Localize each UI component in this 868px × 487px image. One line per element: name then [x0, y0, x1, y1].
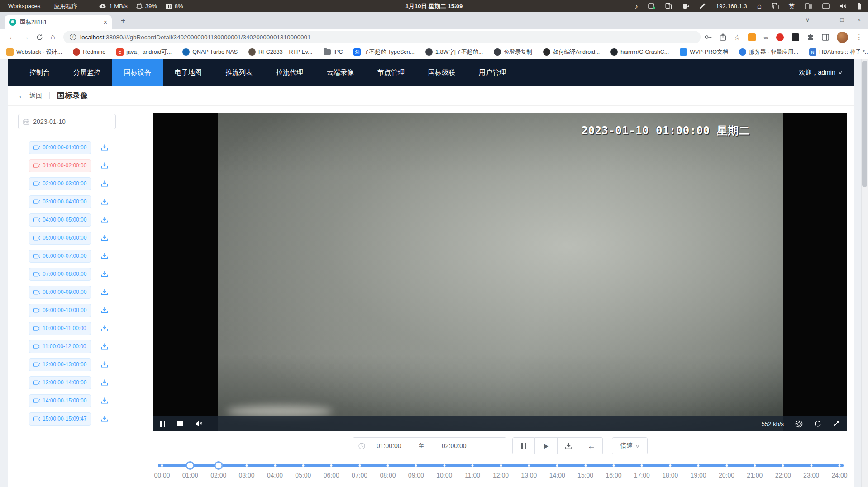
snapshot-button[interactable] [795, 420, 803, 428]
record-range-button[interactable]: 05:00:00-06:00:00 [29, 232, 91, 245]
input-method-label[interactable]: 英 [789, 2, 795, 10]
volume-icon[interactable] [839, 3, 847, 9]
record-range-button[interactable]: 04:00:00-05:00:00 [29, 213, 91, 227]
download-button[interactable] [558, 437, 580, 454]
record-download-button[interactable] [101, 378, 109, 387]
time-range-picker[interactable]: 至 [353, 437, 506, 454]
timeline-handle[interactable] [214, 461, 223, 470]
battery-icon[interactable] [857, 3, 862, 10]
player-stop-button[interactable] [177, 421, 183, 426]
bookmark-item[interactable]: QNAP Turbo NAS [182, 48, 238, 56]
record-range-button[interactable]: 02:00:00-03:00:00 [29, 177, 91, 190]
nav-tab-推流列表[interactable]: 推流列表 [214, 59, 264, 86]
record-range-button[interactable]: 13:00:00-14:00:00 [29, 376, 91, 389]
record-range-button[interactable]: 01:00:00-02:00:00 [29, 159, 91, 172]
user-menu[interactable]: 欢迎，admin ∨ [799, 69, 854, 77]
bookmark-item[interactable]: C java、android可... [116, 48, 172, 56]
browser-home-icon[interactable]: ⌂ [46, 33, 60, 42]
extension-json-icon[interactable] [748, 33, 756, 41]
password-key-icon[interactable] [704, 33, 712, 41]
extension-blocker-icon[interactable] [776, 33, 784, 41]
record-download-button[interactable] [101, 342, 109, 350]
browser-reload-icon[interactable] [33, 34, 46, 41]
bookmark-star-icon[interactable]: ☆ [734, 33, 740, 42]
nav-tab-节点管理[interactable]: 节点管理 [366, 59, 416, 86]
window-minimize-button[interactable]: – [823, 16, 826, 23]
input-indicator-icon[interactable] [648, 3, 655, 9]
record-download-button[interactable] [101, 180, 109, 188]
window-maximize-button[interactable]: □ [840, 16, 844, 23]
clipboard-icon[interactable] [665, 3, 672, 9]
fullscreen-button[interactable] [833, 420, 840, 427]
workspaces-button[interactable]: Workspaces [8, 3, 40, 9]
player-pause-button[interactable] [160, 421, 165, 427]
site-info-icon[interactable]: i [70, 34, 76, 40]
extension-dark-icon[interactable] [792, 33, 799, 41]
record-download-button[interactable] [101, 198, 109, 206]
end-time-input[interactable] [430, 442, 477, 449]
scrollbar-thumb[interactable] [862, 61, 867, 187]
record-range-button[interactable]: 00:00:00-01:00:00 [29, 141, 91, 154]
record-range-button[interactable]: 09:00:00-10:00:00 [29, 304, 91, 317]
pause-button[interactable] [512, 437, 535, 454]
side-panel-icon[interactable] [822, 34, 829, 41]
share-icon[interactable] [720, 33, 726, 41]
bookmark-item[interactable]: 1.8W字|了不起的... [425, 48, 483, 56]
record-range-button[interactable]: 15:00:00-15:09:47 [29, 412, 91, 426]
extension-link-icon[interactable]: ∞ [763, 33, 768, 41]
browser-back-icon[interactable]: ← [5, 33, 19, 41]
record-download-button[interactable] [101, 216, 109, 224]
video-player[interactable]: 2023-01-10 01:00:00 星期二 552 kb/s [153, 113, 847, 431]
start-time-input[interactable] [365, 442, 412, 449]
player-refresh-button[interactable] [814, 420, 821, 427]
coffee-cup-icon[interactable] [682, 3, 689, 9]
bookmark-item[interactable]: IPC [324, 49, 343, 55]
nav-tab-控制台[interactable]: 控制台 [18, 59, 62, 86]
seek-back-button[interactable]: ← [580, 437, 603, 454]
record-range-button[interactable]: 14:00:00-15:00:00 [29, 394, 91, 407]
nav-tab-电子地图[interactable]: 电子地图 [163, 59, 214, 86]
play-button[interactable]: ▶ [535, 437, 558, 454]
record-download-button[interactable] [101, 324, 109, 332]
record-download-button[interactable] [101, 360, 109, 369]
record-range-button[interactable]: 10:00:00-11:00:00 [29, 322, 91, 335]
record-download-button[interactable] [101, 306, 109, 314]
applications-button[interactable]: 应用程序 [54, 2, 77, 10]
bookmark-item[interactable]: Redmine [73, 48, 105, 56]
bookmark-item[interactable]: 如何编译Android... [543, 48, 600, 56]
record-download-button[interactable] [101, 415, 109, 423]
nav-tab-云端录像[interactable]: 云端录像 [315, 59, 366, 86]
home-icon[interactable]: ⌂ [757, 2, 762, 10]
page-scrollbar[interactable] [861, 59, 868, 487]
browser-menu-kebab-icon[interactable]: ⋮ [856, 33, 863, 41]
player-mute-button[interactable] [195, 421, 203, 427]
window-close-button[interactable]: × [857, 16, 861, 23]
record-download-button[interactable] [101, 270, 109, 278]
nav-tab-分屏监控[interactable]: 分屏监控 [62, 59, 112, 86]
workspace-switcher-icon[interactable] [772, 3, 779, 9]
bookmark-item[interactable]: N HDAtmos :: 种子 *... [809, 48, 868, 56]
nav-tab-拉流代理[interactable]: 拉流代理 [264, 59, 315, 86]
record-range-button[interactable]: 03:00:00-04:00:00 [29, 195, 91, 208]
record-range-button[interactable]: 06:00:00-07:00:00 [29, 250, 91, 263]
record-range-button[interactable]: 07:00:00-08:00:00 [29, 268, 91, 281]
bookmark-item[interactable]: RFC2833 – RTP Ev... [248, 48, 313, 56]
record-download-button[interactable] [101, 397, 109, 405]
date-picker[interactable] [18, 114, 116, 129]
new-tab-button[interactable]: + [119, 16, 128, 25]
bookmark-item[interactable]: Webstack - 设计... [6, 48, 62, 56]
color-picker-icon[interactable] [699, 3, 706, 9]
extensions-puzzle-icon[interactable] [807, 33, 814, 41]
display-icon[interactable] [822, 3, 830, 9]
window-tiles-icon[interactable] [805, 3, 812, 9]
ip-address[interactable]: 192.168.1.3 [716, 3, 747, 9]
address-bar[interactable]: i localhost:38080/#/gbRecordDetail/34020… [63, 31, 701, 43]
nav-tab-国标级联[interactable]: 国标级联 [416, 59, 467, 86]
browser-tab[interactable]: 国标28181 × [5, 15, 112, 29]
timeline-handle[interactable] [186, 461, 195, 470]
record-range-button[interactable]: 12:00:00-13:00:00 [29, 358, 91, 371]
bookmark-item[interactable]: WVP-PRO文档 [680, 48, 728, 56]
profile-avatar[interactable] [837, 32, 848, 43]
bookmark-item[interactable]: 服务器 - 轻量应用... [739, 48, 798, 56]
nav-tab-国标设备[interactable]: 国标设备 [112, 59, 163, 86]
